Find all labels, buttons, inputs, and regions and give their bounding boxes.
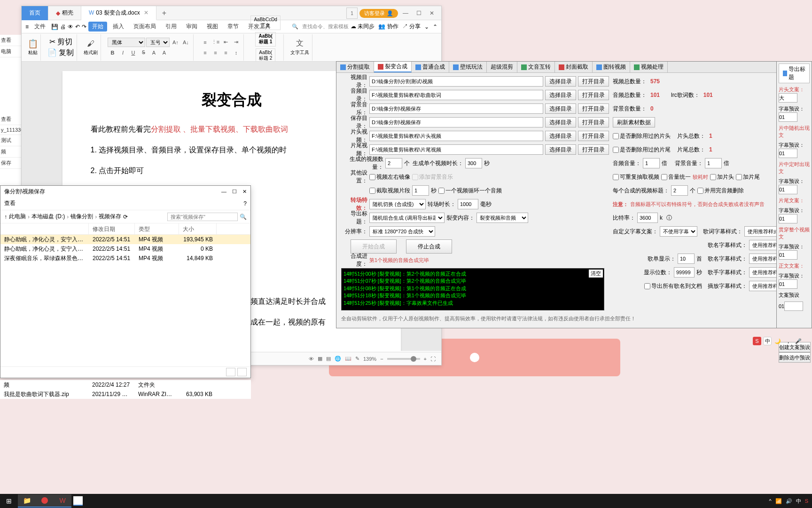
loop-check[interactable]: 一个视频循环一个音频 xyxy=(438,187,502,195)
panel-item[interactable]: 电脑 xyxy=(0,46,21,57)
web-icon[interactable]: 🌐 xyxy=(335,356,341,362)
reuse-check[interactable]: 可重复抽取视频 xyxy=(613,173,659,181)
share-button[interactable]: ↗ 分享 xyxy=(402,23,421,31)
paste-button[interactable]: 📋 xyxy=(28,39,38,48)
col-type[interactable]: 类型 xyxy=(135,223,179,234)
select-dir-button[interactable]: 选择目录 xyxy=(545,90,576,100)
table-row[interactable]: 静心助眠，净化心灵，安宁入睡.mp42022/2/5 14:51MP4 视频19… xyxy=(0,235,250,244)
highlight-icon[interactable]: A xyxy=(149,48,158,57)
minimize-icon[interactable]: — xyxy=(221,189,226,195)
wps-task-icon[interactable]: W xyxy=(54,494,71,508)
table-row[interactable]: 深夜催眠音乐，翠绿森林景色＋助听鸟儿…2022/2/5 14:51MP4 视频1… xyxy=(0,254,250,263)
rside-input[interactable] xyxy=(779,93,797,103)
tab-fission[interactable]: 裂变合成 xyxy=(374,62,412,72)
details-view-icon[interactable] xyxy=(226,368,235,376)
rside-input[interactable] xyxy=(779,250,797,260)
undo-icon[interactable]: ↶ xyxy=(75,24,80,30)
tab-process[interactable]: 视频处理 xyxy=(630,62,668,72)
volnorm-check[interactable]: 音量统一 xyxy=(661,173,691,181)
breadcrumb-item[interactable]: 本地磁盘 (D:) xyxy=(31,213,65,221)
tab-img2vid[interactable]: 图转视频 xyxy=(593,62,630,72)
log-box[interactable]: 清空 14时51分00秒 [裂变视频]：第2个视频的音频正在合成 14时51分0… xyxy=(341,268,604,310)
custom-srt-select[interactable]: 不使用字幕 xyxy=(660,226,697,237)
style-normal[interactable]: AaBbCcDd 正文 xyxy=(250,16,280,30)
head-dir-input[interactable] xyxy=(369,131,543,141)
italic-icon[interactable]: I xyxy=(118,48,127,57)
bgvol-input[interactable] xyxy=(705,158,722,168)
decrease-font-icon[interactable]: A↓ xyxy=(181,38,190,47)
menu-insert[interactable]: 插入 xyxy=(109,22,128,32)
sogou-icon[interactable]: S xyxy=(753,337,761,345)
app-task-icon[interactable] xyxy=(73,496,83,506)
save-dir-input[interactable] xyxy=(369,117,543,127)
srt-select[interactable]: 裂变视频和音频 xyxy=(476,213,528,223)
font-select[interactable]: 黑体 xyxy=(108,38,145,47)
audio-dir-input[interactable] xyxy=(369,90,543,100)
exportall-check[interactable]: 导出所有歌名到文档 xyxy=(644,282,702,290)
close-icon[interactable]: ✕ xyxy=(144,9,148,16)
size-select[interactable]: 五号 xyxy=(146,38,170,47)
maximize-icon[interactable]: ☐ xyxy=(232,189,237,195)
search-placeholder[interactable]: 查找命令、搜索模板 xyxy=(302,23,349,30)
strike-icon[interactable]: S̶ xyxy=(139,48,148,57)
select-dir-button[interactable]: 选择目录 xyxy=(545,103,576,114)
zoom-slider[interactable] xyxy=(387,358,420,360)
align-right-icon[interactable]: ≡ xyxy=(221,48,230,57)
open-dir-button[interactable]: 打开目录 xyxy=(578,144,609,155)
menu-start[interactable]: 开始 xyxy=(88,22,107,32)
indent-left-icon[interactable]: ⇤ xyxy=(221,38,230,47)
moon-icon[interactable]: 🌙 xyxy=(773,337,782,345)
zoom-in-icon[interactable]: + xyxy=(424,356,427,362)
select-dir-button[interactable]: 选择目录 xyxy=(545,131,576,141)
ime-toolbar[interactable]: S 中 🌙 ， 🎤 xyxy=(753,337,803,345)
icons-view-icon[interactable] xyxy=(237,368,247,376)
chevron-down-icon[interactable]: ⌄ xyxy=(424,24,429,30)
open-dir-button[interactable]: 打开目录 xyxy=(578,131,609,141)
close-icon[interactable]: ✕ xyxy=(426,8,437,19)
open-dir-button[interactable]: 打开目录 xyxy=(578,90,609,100)
bullet-list-icon[interactable]: ≡ xyxy=(200,38,210,47)
cut-button[interactable]: ✂ 剪切 xyxy=(49,37,72,47)
menu-file[interactable]: 文件 xyxy=(31,22,49,32)
open-dir-button[interactable]: 打开目录 xyxy=(578,76,609,87)
trans-dur-input[interactable] xyxy=(458,199,478,209)
add-tab-button[interactable]: + xyxy=(156,9,172,17)
combine-check[interactable]: 并用完音频删除 xyxy=(697,187,744,195)
rside-input[interactable] xyxy=(779,185,797,194)
table-row[interactable]: 静心助眠，净化心灵，安宁入睡_1.mp42022/2/5 14:51MP4 视频… xyxy=(0,244,250,254)
addtail-check[interactable]: 加片尾 xyxy=(736,173,760,181)
comma-icon[interactable]: ， xyxy=(784,337,792,345)
tab-home[interactable]: 首页 xyxy=(22,6,48,20)
table-row[interactable]: 频 2022/2/4 12:27 文件夹 xyxy=(0,380,251,389)
view-menu[interactable]: 查看 xyxy=(4,199,16,207)
search-icon[interactable]: 🔍 xyxy=(240,214,247,220)
tab-super[interactable]: 超级混剪 xyxy=(487,62,517,72)
clear-log-button[interactable]: 清空 xyxy=(589,270,603,278)
close-icon[interactable]: ✕ xyxy=(242,189,247,195)
menu-view[interactable]: 视图 xyxy=(203,22,222,32)
ime-tray[interactable]: 中 xyxy=(796,498,801,505)
style-h1[interactable]: AaBb( 标题 1 xyxy=(255,32,275,47)
gen-count-input[interactable] xyxy=(385,158,402,168)
tab-split[interactable]: 分割提取 xyxy=(336,62,374,72)
tail-dir-input[interactable] xyxy=(369,144,543,155)
sync-status[interactable]: ☁ 未同步 xyxy=(351,23,375,31)
breadcrumb-item[interactable]: 镜像分割 xyxy=(70,213,93,221)
sogou-tray-icon[interactable]: S xyxy=(805,498,808,504)
del-head-check[interactable]: 是否删除用过的片头 xyxy=(613,132,671,140)
select-dir-button[interactable]: 选择目录 xyxy=(545,76,576,87)
digits-input[interactable] xyxy=(674,267,695,278)
addbg-check[interactable]: 添加背景音乐 xyxy=(412,173,453,181)
bold-icon[interactable]: B xyxy=(108,48,117,57)
ime-lang-button[interactable]: 中 xyxy=(763,337,772,345)
panel-item[interactable]: 保存 xyxy=(0,158,21,169)
align-center-icon[interactable]: ≡ xyxy=(211,48,220,57)
view-icon[interactable]: 👁 xyxy=(309,356,314,362)
open-dir-button[interactable]: 打开目录 xyxy=(578,117,609,127)
copy-button[interactable]: 📄 复制 xyxy=(47,48,74,58)
breadcrumb[interactable]: 此电脑› 本地磁盘 (D:)› 镜像分割› 视频保存 xyxy=(9,213,121,221)
rside-input[interactable] xyxy=(779,149,797,158)
record-task-icon[interactable] xyxy=(36,494,54,508)
network-icon[interactable]: 📶 xyxy=(775,498,782,504)
redo-icon[interactable]: ↷ xyxy=(82,24,86,30)
